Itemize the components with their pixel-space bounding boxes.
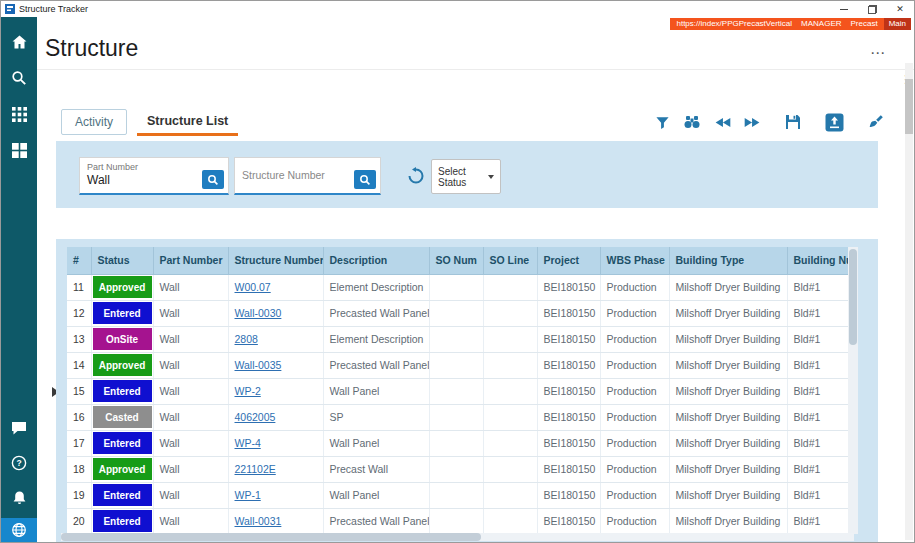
column-header-building-type[interactable]: Building Type bbox=[669, 247, 787, 274]
binoculars-icon[interactable] bbox=[683, 115, 701, 129]
save-icon[interactable] bbox=[785, 114, 801, 130]
fast-forward-icon[interactable] bbox=[744, 117, 761, 128]
part-number-field[interactable]: Part Number Wall bbox=[79, 157, 229, 195]
tab-bar: Activity Structure List bbox=[61, 105, 884, 139]
search-icon[interactable] bbox=[1, 63, 37, 93]
so-num-cell bbox=[429, 326, 483, 352]
tab-structure-list[interactable]: Structure List bbox=[137, 108, 238, 136]
table-vertical-scrollbar-thumb[interactable] bbox=[849, 249, 857, 345]
structure-number-link[interactable]: WP-4 bbox=[235, 437, 261, 449]
globe-icon[interactable] bbox=[1, 518, 37, 542]
column-header-description[interactable]: Description bbox=[323, 247, 429, 274]
structure-number-link[interactable]: WP-1 bbox=[235, 489, 261, 501]
restore-icon bbox=[868, 5, 877, 14]
status-select-value: Select Status bbox=[438, 166, 488, 188]
chat-icon[interactable] bbox=[1, 413, 37, 443]
table-row: 14ApprovedWallWall-0035Precasted Wall Pa… bbox=[67, 352, 848, 378]
header-more-icon[interactable]: ⋯ bbox=[870, 44, 886, 62]
structure-number-cell: Wall-0031 bbox=[228, 508, 323, 534]
so-line-cell bbox=[483, 430, 537, 456]
row-number-cell: 16 bbox=[67, 404, 91, 430]
structure-number-link[interactable]: Wall-0031 bbox=[235, 515, 282, 527]
wbs-phase-cell: Production bbox=[600, 326, 669, 352]
project-cell: BEI180150 bbox=[537, 456, 600, 482]
status-badge: Entered bbox=[93, 380, 152, 402]
structure-number-link[interactable]: Wall-0035 bbox=[235, 359, 282, 371]
part-number-cell: Wall bbox=[153, 404, 228, 430]
page-scrollbar[interactable] bbox=[905, 63, 913, 540]
building-type-cell: Milshoff Dryer Building bbox=[669, 508, 787, 534]
part-number-cell: Wall bbox=[153, 274, 228, 300]
structure-number-cell: W00.07 bbox=[228, 274, 323, 300]
structure-number-link[interactable]: 4062005 bbox=[235, 411, 276, 423]
column-header-index[interactable]: # bbox=[67, 247, 91, 274]
status-cell: Entered bbox=[91, 430, 153, 456]
part-number-cell: Wall bbox=[153, 378, 228, 404]
structure-number-link[interactable]: W00.07 bbox=[235, 281, 271, 293]
structure-number-cell: 2808 bbox=[228, 326, 323, 352]
structure-number-link[interactable]: WP-2 bbox=[235, 385, 261, 397]
wbs-phase-cell: Production bbox=[600, 430, 669, 456]
table-horizontal-scrollbar-thumb[interactable] bbox=[61, 533, 481, 541]
structure-number-cell: 221102E bbox=[228, 456, 323, 482]
column-header-part-number[interactable]: Part Number bbox=[153, 247, 228, 274]
titlebar: Structure Tracker ✕ bbox=[1, 1, 914, 17]
minimize-icon bbox=[840, 9, 848, 10]
rewind-icon[interactable] bbox=[714, 117, 731, 128]
column-header-status[interactable]: Status bbox=[91, 247, 153, 274]
status-badge: Approved bbox=[93, 354, 152, 376]
building-number-cell: Bld#1 bbox=[787, 430, 848, 456]
maximize-button[interactable] bbox=[858, 1, 886, 17]
structure-number-link[interactable]: 2808 bbox=[235, 333, 258, 345]
home-icon[interactable] bbox=[1, 27, 37, 57]
column-header-project[interactable]: Project bbox=[537, 247, 600, 274]
structure-number-search-button[interactable] bbox=[354, 170, 376, 189]
svg-text:?: ? bbox=[16, 458, 21, 468]
description-cell: Precasted Wall Panel bbox=[323, 508, 429, 534]
bell-icon[interactable] bbox=[1, 483, 37, 513]
column-header-structure-number[interactable]: Structure Number bbox=[228, 247, 323, 274]
filter-icon[interactable] bbox=[655, 115, 670, 130]
column-header-building-number[interactable]: Building Numb bbox=[787, 247, 848, 274]
structure-number-cell: WP-1 bbox=[228, 482, 323, 508]
project-cell: BEI180150 bbox=[537, 352, 600, 378]
status-select[interactable]: Select Status bbox=[431, 159, 501, 194]
refresh-icon[interactable] bbox=[407, 167, 425, 189]
minimize-button[interactable] bbox=[830, 1, 858, 17]
part-number-search-button[interactable] bbox=[202, 170, 224, 189]
structure-number-link[interactable]: Wall-0030 bbox=[235, 307, 282, 319]
column-header-wbs-phase[interactable]: WBS Phase bbox=[600, 247, 669, 274]
description-cell: Precast Wall bbox=[323, 456, 429, 482]
status-cell: Approved bbox=[91, 274, 153, 300]
table-horizontal-scrollbar[interactable] bbox=[61, 533, 854, 541]
so-line-cell bbox=[483, 508, 537, 534]
clear-broom-icon[interactable] bbox=[868, 114, 884, 130]
upload-icon[interactable] bbox=[825, 113, 844, 132]
description-cell: Precasted Wall Panel bbox=[323, 352, 429, 378]
table-row: 13OnSiteWall2808Element DescriptionBEI18… bbox=[67, 326, 848, 352]
table-header-row: # Status Part Number Structure Number De… bbox=[67, 247, 848, 274]
help-icon[interactable]: ? bbox=[1, 448, 37, 478]
table-row: 11ApprovedWallW00.07Element DescriptionB… bbox=[67, 274, 848, 300]
wbs-phase-cell: Production bbox=[600, 508, 669, 534]
so-num-cell bbox=[429, 274, 483, 300]
column-header-so-line[interactable]: SO Line bbox=[483, 247, 537, 274]
status-cell: Entered bbox=[91, 508, 153, 534]
status-cell: OnSite bbox=[91, 326, 153, 352]
column-header-so-num[interactable]: SO Num bbox=[429, 247, 483, 274]
structure-number-link[interactable]: 221102E bbox=[235, 463, 276, 475]
project-cell: BEI180150 bbox=[537, 378, 600, 404]
tab-activity[interactable]: Activity bbox=[61, 109, 127, 135]
apps-grid-icon[interactable] bbox=[1, 99, 37, 129]
status-badge: Entered bbox=[93, 510, 152, 532]
status-badge: OnSite bbox=[93, 328, 152, 350]
dashboard-icon[interactable] bbox=[1, 135, 37, 165]
row-number-cell: 12 bbox=[67, 300, 91, 326]
page-scrollbar-thumb[interactable] bbox=[905, 79, 913, 134]
table-vertical-scrollbar[interactable] bbox=[848, 247, 858, 534]
table-panel: # Status Part Number Structure Number De… bbox=[56, 239, 878, 542]
row-number-cell: 13 bbox=[67, 326, 91, 352]
close-button[interactable]: ✕ bbox=[886, 1, 914, 17]
structure-number-field[interactable]: Structure Number bbox=[234, 157, 381, 195]
building-type-cell: Milshoff Dryer Building bbox=[669, 378, 787, 404]
